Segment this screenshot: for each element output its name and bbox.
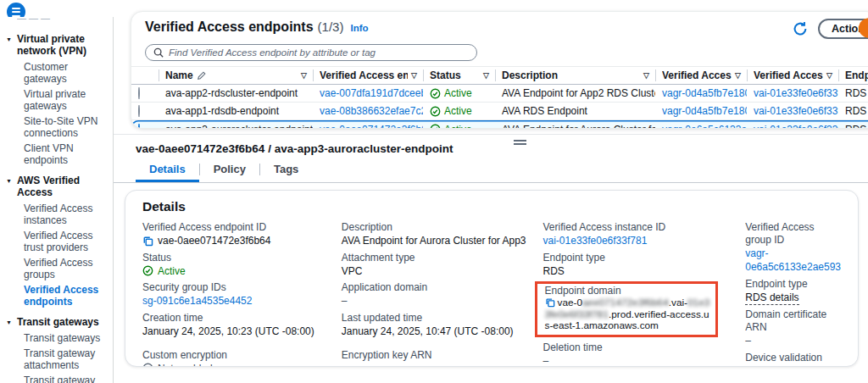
rds-details-link[interactable]: RDS details <box>745 291 798 305</box>
cell-endpoint-type: RDS <box>838 105 868 117</box>
cell-group-id-link[interactable]: vagr-0d4a5fb7e180a38be <box>655 87 747 99</box>
copy-icon[interactable] <box>142 236 153 247</box>
sidebar-item-va-groups[interactable]: Verified Access groups <box>0 255 113 282</box>
cell-endpoint-id-link[interactable]: vae-08b386632efae7c24 <box>313 105 423 117</box>
split-panel-drag-handle[interactable] <box>514 140 526 147</box>
sidebar-item-client-vpn-endpoints[interactable]: Client VPN endpoints <box>0 141 113 168</box>
endpoint-domain-highlight-annotation: Endpoint domain vae-0aee071472e3f6b64.va… <box>535 281 718 337</box>
field-application-domain: Application domain – <box>342 281 543 308</box>
column-header-name[interactable]: Name ▽ <box>159 69 313 81</box>
security-group-link[interactable]: sg-091c6e1a4535e4452 <box>142 294 342 308</box>
cell-status: Active <box>423 124 495 130</box>
filter-icon[interactable]: ▽ <box>735 71 741 80</box>
sidebar-item-site-to-site-vpn[interactable]: Site-to-Site VPN connections <box>0 114 113 141</box>
chevron-down-icon: ▼ <box>6 317 12 329</box>
group-id-link[interactable]: vagr-0e6a5c6133e2ae593 <box>745 247 841 274</box>
sidebar-item-va-endpoints[interactable]: Verified Access endpoints <box>0 282 113 309</box>
filter-icon[interactable]: ▽ <box>411 71 417 80</box>
cell-endpoint-type: RDS <box>838 87 868 99</box>
filter-icon[interactable]: ▽ <box>826 71 832 80</box>
field-custom-encryption: Custom encryption Not enabled <box>142 349 342 368</box>
status-success-icon <box>142 265 153 276</box>
sidebar-section-verified-access[interactable]: ▼ AWS Verified Access <box>0 168 113 201</box>
column-header-group-id[interactable]: Verified Access grou... ▽ <box>655 69 747 81</box>
cell-endpoint-type: RDS <box>838 124 868 130</box>
field-endpoint-domain: Endpoint domain vae-0aee071472e3f6b64.va… <box>545 285 711 332</box>
refresh-icon <box>793 21 808 36</box>
details-tabs: Details Policy Tags <box>136 162 312 182</box>
refresh-button[interactable] <box>791 19 810 38</box>
table-row-selected[interactable]: ava-app3-auroracluster-endpoint vae-0aee… <box>131 120 868 129</box>
aws-console-page: — — — ▼ Virtual private network (VPN) Cu… <box>0 0 868 383</box>
field-domain-certificate-arn: Domain certificate ARN – <box>745 308 841 347</box>
details-card-title: Details <box>142 199 841 214</box>
sidebar-item-va-trust-providers[interactable]: Verified Access trust providers <box>0 228 113 255</box>
field-status: Status Active <box>142 252 342 278</box>
table-row[interactable]: ava-app1-rdsdb-endpoint vae-08b386632efa… <box>131 103 868 120</box>
table-header-row: Name ▽ Verified Access endpoint ID ▽ Sta… <box>131 66 868 85</box>
filter-icon[interactable]: ▽ <box>643 71 649 80</box>
edit-pencil-icon <box>197 71 206 80</box>
field-description: Description AVA Endpoint for Aurora Clus… <box>342 221 543 247</box>
sidebar-clipped-item: — — — <box>17 19 113 25</box>
field-device-validation-domain: Device validation domain – <box>745 352 841 368</box>
row-radio-button-selected[interactable] <box>138 124 140 130</box>
cell-endpoint-id-link[interactable]: vae-007dfa191d7dceeb8 <box>313 87 423 99</box>
field-attachment-type: Attachment type VPC <box>342 252 543 278</box>
search-input[interactable] <box>169 47 469 58</box>
sidebar-item-tgw-attachments[interactable]: Transit gateway attachments <box>0 346 113 373</box>
tab-policy[interactable]: Policy <box>200 163 259 182</box>
sidebar-item-va-instances[interactable]: Verified Access instances <box>0 201 113 228</box>
endpoint-domain-value: vae-0aee071472e3f6b64.vai-01e33fe0e6f33f… <box>545 297 713 332</box>
cell-group-id-link[interactable]: vagr-0d4a5fb7e180a38be <box>655 105 747 117</box>
column-header-status[interactable]: Status ▽ <box>423 69 495 81</box>
sidebar-item-virtual-private-gateways[interactable]: Virtual private gateways <box>0 86 113 114</box>
result-count: (1/3) <box>318 19 344 34</box>
sidebar-item-customer-gateways[interactable]: Customer gateways <box>0 59 113 86</box>
sidebar-section-transit-gateways[interactable]: ▼ Transit gateways <box>0 309 113 330</box>
tabs-underline <box>114 182 868 183</box>
column-header-instance-id[interactable]: Verified Access insta... ▽ <box>747 69 838 81</box>
field-deletion-time: Deletion time – <box>543 341 746 368</box>
status-success-icon <box>430 88 441 99</box>
instance-id-link[interactable]: vai-01e33fe0e6f33f781 <box>543 234 746 247</box>
sidebar-section-vpn[interactable]: ▼ Virtual private network (VPN) <box>0 26 113 59</box>
info-link[interactable]: Info <box>350 23 368 33</box>
cell-instance-id-link[interactable]: vai-01e33fe0e6f33f781 <box>747 105 838 117</box>
search-box[interactable] <box>145 44 477 61</box>
field-endpoint-id: Verified Access endpoint ID vae-0aee0714… <box>142 221 342 247</box>
table-row[interactable]: ava-app2-rdscluster-endpoint vae-007dfa1… <box>131 85 868 103</box>
tab-tags[interactable]: Tags <box>260 163 312 182</box>
sidebar-item-transit-gateways[interactable]: Transit gateways <box>0 330 113 346</box>
copy-icon[interactable] <box>545 297 555 308</box>
endpoints-table-card: Verified Access endpoints (1/3) Info Act… <box>131 11 868 129</box>
field-encryption-key-arn: Encryption key ARN – <box>342 349 543 368</box>
details-card: Details Verified Access endpoint ID vae-… <box>125 190 859 367</box>
column-header-description[interactable]: Description ▽ <box>495 69 655 81</box>
field-instance-id: Verified Access instance ID vai-01e33fe0… <box>543 221 746 247</box>
cell-instance-id-link[interactable]: vai-01e33fe0e6f33f781 <box>747 124 838 130</box>
vpc-sidebar: — — — ▼ Virtual private network (VPN) Cu… <box>0 17 114 383</box>
row-radio-button[interactable] <box>138 87 140 99</box>
details-panel-title: vae-0aee071472e3f6b64 / ava-app3-aurorac… <box>136 142 453 155</box>
row-radio-button[interactable] <box>138 105 140 117</box>
cell-name: ava-app1-rdsdb-endpoint <box>159 105 313 117</box>
field-endpoint-type: Endpoint type RDS <box>543 252 746 278</box>
filter-icon[interactable]: ▽ <box>301 71 307 80</box>
cell-status: Active <box>423 105 495 117</box>
chevron-down-icon: ▼ <box>6 175 12 187</box>
tab-details[interactable]: Details <box>136 163 199 182</box>
cell-group-id-link[interactable]: vagr-0e6a5c6133e2ae593 <box>655 124 747 130</box>
main-content: Verified Access endpoints (1/3) Info Act… <box>114 0 868 383</box>
status-success-icon <box>430 124 441 129</box>
field-endpoint-type-details: Endpoint type RDS details <box>745 278 841 305</box>
split-panel-divider <box>114 134 868 135</box>
column-header-endpoint-id[interactable]: Verified Access endpoint ID ▽ <box>313 69 423 81</box>
field-creation-time: Creation time January 24, 2025, 10:23 (U… <box>142 312 342 338</box>
search-icon <box>153 47 164 58</box>
column-header-endpoint-type[interactable]: Endp <box>838 69 868 81</box>
sidebar-item-tgw-policy-tables[interactable]: Transit gateway policy tables <box>0 373 113 383</box>
cell-endpoint-id-link[interactable]: vae-0aee071472e3f6b64 <box>313 124 423 130</box>
filter-icon[interactable]: ▽ <box>483 71 489 80</box>
cell-instance-id-link[interactable]: vai-01e33fe0e6f33f781 <box>747 87 838 99</box>
